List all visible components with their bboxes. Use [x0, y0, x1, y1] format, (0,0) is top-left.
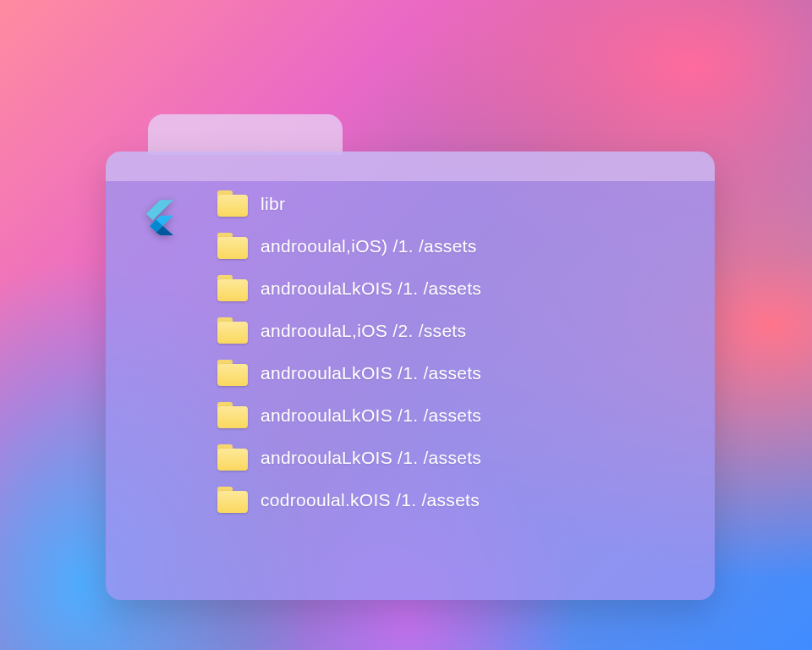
folder-label: libr: [261, 194, 285, 214]
list-item[interactable]: androoulaLkOIS /1. /assets: [217, 444, 481, 471]
list-item[interactable]: androoulaLkOIS /1. /assets: [217, 275, 481, 301]
folder-label: androoulaL,iOS /2. /ssets: [261, 321, 466, 341]
folder-tab: [148, 114, 343, 155]
list-item[interactable]: androoulaLkOIS /1. /assets: [217, 360, 481, 386]
folder-label: androoulaLkOIS /1. /assets: [261, 448, 481, 468]
folder-icon: [217, 487, 248, 513]
list-item[interactable]: androoulaLkOIS /1. /assets: [217, 402, 481, 428]
folder-label: androoulaLkOIS /1. /assets: [261, 278, 481, 299]
list-item[interactable]: androoulaL,iOS /2. /ssets: [217, 317, 481, 344]
folder-header-strip: [106, 151, 715, 181]
list-item[interactable]: androoulal,iOS) /1. /assets: [217, 233, 481, 259]
folder-icon: [217, 402, 248, 428]
folder-label: codrooulal.kOIS /1. /assets: [261, 490, 480, 510]
folder-icon: [217, 275, 248, 301]
folder-body: libr androoulal,iOS) /1. /assets androou…: [106, 151, 715, 600]
folder-icon: [217, 233, 248, 259]
folder-icon: [217, 444, 248, 471]
folder-label: androoulaLkOIS /1. /assets: [261, 363, 481, 383]
folder-icon: [217, 360, 248, 386]
folder-icon: [217, 190, 248, 217]
project-folder-window: libr androoulal,iOS) /1. /assets androou…: [106, 114, 715, 597]
list-item[interactable]: libr: [217, 190, 481, 217]
list-item[interactable]: codrooulal.kOIS /1. /assets: [217, 487, 481, 513]
flutter-logo-icon: [138, 198, 175, 235]
folder-icon: [217, 317, 248, 344]
folder-label: androoulal,iOS) /1. /assets: [261, 236, 477, 256]
file-list: libr androoulal,iOS) /1. /assets androou…: [217, 190, 481, 513]
folder-label: androoulaLkOIS /1. /assets: [261, 405, 481, 426]
